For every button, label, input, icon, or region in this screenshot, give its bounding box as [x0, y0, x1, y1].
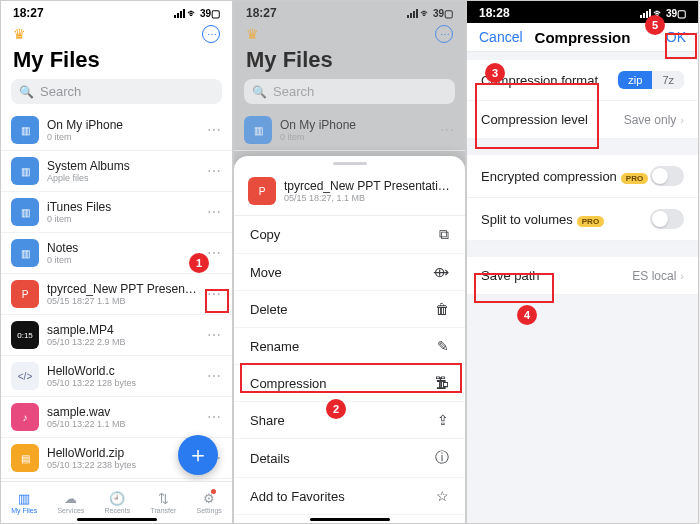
- status-time: 18:27: [246, 6, 277, 20]
- folder-icon: ▥: [18, 491, 30, 506]
- row-more-button[interactable]: ⋯: [438, 122, 455, 138]
- chevron-right-icon: ›: [680, 270, 684, 282]
- code-icon: </>: [11, 362, 39, 390]
- cellular-icon: [407, 9, 418, 18]
- crown-icon[interactable]: ♛: [13, 26, 26, 42]
- folder-icon: ▥: [11, 239, 39, 267]
- cellular-icon: [174, 9, 185, 18]
- status-right: ᯤ 39▢: [407, 7, 453, 19]
- callout-2: 2: [326, 399, 346, 419]
- chevron-right-icon: ›: [680, 114, 684, 126]
- list-item[interactable]: Ptpyrced_New PPT Presentation.ppt05/15 1…: [1, 274, 232, 315]
- row-more-button[interactable]: ⋯: [205, 204, 222, 220]
- row-more-button[interactable]: ⋯: [205, 286, 222, 302]
- status-bar: 18:27 ᯤ 39▢: [1, 1, 232, 23]
- option-split[interactable]: Split to volumesPRO: [467, 198, 698, 241]
- tab-settings[interactable]: ⚙Settings: [197, 491, 222, 514]
- video-icon: 0:15: [11, 321, 39, 349]
- page-title: My Files: [1, 45, 232, 79]
- callout-5: 5: [645, 15, 665, 35]
- battery-icon: 39▢: [200, 8, 220, 19]
- option-encrypted[interactable]: Encrypted compressionPRO: [467, 155, 698, 198]
- option-level[interactable]: Compression level Save only›: [467, 101, 698, 139]
- callout-4: 4: [517, 305, 537, 325]
- search-placeholder: Search: [40, 84, 81, 99]
- top-row: ♛ ⋯: [1, 23, 232, 45]
- folder-icon: ▥: [244, 116, 272, 144]
- status-time: 18:27: [13, 6, 44, 20]
- action-compression[interactable]: Compression🗜: [234, 365, 465, 402]
- transfer-icon: ⇅: [158, 491, 169, 506]
- pro-badge: PRO: [577, 216, 604, 227]
- sheet-handle[interactable]: [333, 162, 367, 165]
- action-copy[interactable]: Copy⧉: [234, 216, 465, 254]
- search-input[interactable]: 🔍 Search: [11, 79, 222, 104]
- top-row: ♛ ⋯: [234, 23, 465, 45]
- ppt-icon: P: [248, 177, 276, 205]
- more-menu-button[interactable]: ⋯: [435, 25, 453, 43]
- status-right: ᯤ 39▢: [174, 7, 220, 19]
- tab-transfer[interactable]: ⇅Transfer: [150, 491, 176, 514]
- row-more-button[interactable]: ⋯: [205, 163, 222, 179]
- clock-icon: 🕘: [109, 491, 125, 506]
- search-input[interactable]: 🔍 Search: [244, 79, 455, 104]
- share-icon: ⇪: [437, 412, 449, 428]
- option-savepath[interactable]: Save path ES local›: [467, 257, 698, 295]
- wifi-icon: ᯤ: [187, 7, 198, 19]
- wifi-icon: ᯤ: [420, 7, 431, 19]
- battery-icon: 39▢: [666, 8, 686, 19]
- archive-icon: 🗜: [435, 375, 449, 391]
- list-item[interactable]: ▥System AlbumsApple files⋯: [1, 151, 232, 192]
- section-savepath: Save path ES local›: [467, 257, 698, 295]
- action-details[interactable]: Detailsⓘ: [234, 439, 465, 478]
- list-item[interactable]: ♪sample.wav05/10 13:22 1.1 MB⋯: [1, 397, 232, 438]
- tab-myfiles[interactable]: ▥My Files: [11, 491, 37, 514]
- ok-button[interactable]: OK: [666, 29, 686, 45]
- action-rename[interactable]: Rename✎: [234, 328, 465, 365]
- format-segmented[interactable]: zip7z: [618, 71, 684, 89]
- zip-icon: ▤: [11, 444, 39, 472]
- row-more-button[interactable]: ⋯: [205, 368, 222, 384]
- badge-dot: [211, 489, 216, 494]
- action-favorite[interactable]: Add to Favorites☆: [234, 478, 465, 515]
- star-icon: ☆: [436, 488, 449, 504]
- folder-icon: ▥: [11, 198, 39, 226]
- row-more-button[interactable]: ⋯: [205, 122, 222, 138]
- edit-icon: ✎: [437, 338, 449, 354]
- more-menu-button[interactable]: ⋯: [202, 25, 220, 43]
- ppt-icon: P: [11, 280, 39, 308]
- split-switch[interactable]: [650, 209, 684, 229]
- status-time: 18:28: [479, 6, 510, 20]
- action-delete[interactable]: Delete🗑: [234, 291, 465, 328]
- tab-services[interactable]: ☁Services: [57, 491, 84, 514]
- list-item[interactable]: ▥iTunes Files0 item⋯: [1, 192, 232, 233]
- crown-icon[interactable]: ♛: [246, 26, 259, 42]
- screen-1: 18:27 ᯤ 39▢ ♛ ⋯ My Files 🔍 Search ▥On My…: [0, 0, 233, 524]
- sheet-file-header: P tpyrced_New PPT Presentation.ppt05/15 …: [234, 171, 465, 216]
- tab-recents[interactable]: 🕘Recents: [105, 491, 131, 514]
- pro-badge: PRO: [621, 173, 648, 184]
- list-item[interactable]: ▥On My iPhone0 item⋯: [1, 110, 232, 151]
- audio-icon: ♪: [11, 403, 39, 431]
- add-button[interactable]: ＋: [178, 435, 218, 475]
- cloud-icon: ☁: [64, 491, 77, 506]
- trash-icon: 🗑: [435, 301, 449, 317]
- status-bar: 18:27 ᯤ 39▢: [234, 1, 465, 23]
- list-item[interactable]: </>HelloWorld.c05/10 13:22 128 bytes⋯: [1, 356, 232, 397]
- list-item[interactable]: 0:15sample.MP405/10 13:22 2.9 MB⋯: [1, 315, 232, 356]
- page-title: My Files: [234, 45, 465, 79]
- info-icon: ⓘ: [435, 449, 449, 467]
- section-extra: Encrypted compressionPRO Split to volume…: [467, 155, 698, 241]
- list-item[interactable]: ▥On My iPhone0 item⋯: [234, 110, 465, 151]
- search-icon: 🔍: [252, 85, 267, 99]
- home-indicator: [310, 518, 390, 521]
- action-share[interactable]: Share⇪: [234, 402, 465, 439]
- row-more-button[interactable]: ⋯: [205, 327, 222, 343]
- row-more-button[interactable]: ⋯: [205, 409, 222, 425]
- cancel-button[interactable]: Cancel: [479, 29, 523, 45]
- action-move[interactable]: Move⟴: [234, 254, 465, 291]
- screen-3: 18:28 ᯤ 39▢ Cancel Compression OK Compre…: [466, 0, 699, 524]
- tab-bar: ▥My Files ☁Services 🕘Recents ⇅Transfer ⚙…: [1, 481, 232, 523]
- encrypted-switch[interactable]: [650, 166, 684, 186]
- battery-icon: 39▢: [433, 8, 453, 19]
